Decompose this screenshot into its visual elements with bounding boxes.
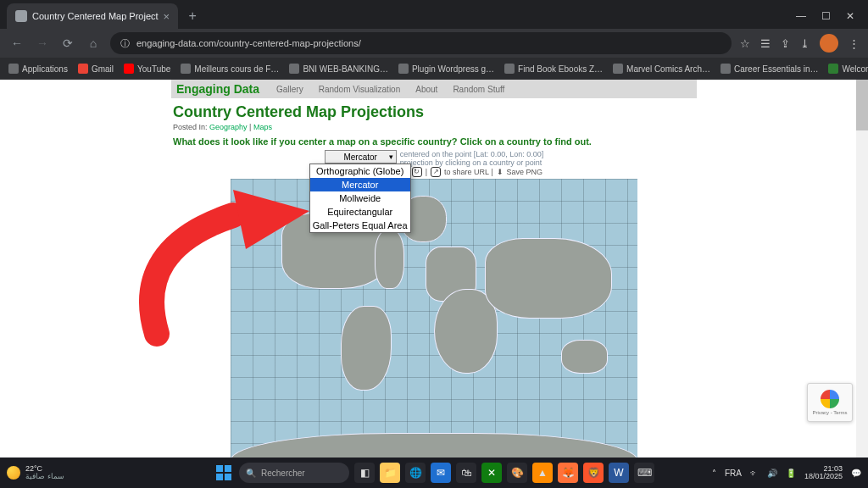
taskbar-app-paint[interactable]: 🎨 — [507, 463, 527, 483]
bookmark-item[interactable]: Meilleurs cours de F… — [181, 64, 279, 74]
menu-icon[interactable]: ⋮ — [849, 37, 860, 50]
bookmark-item[interactable]: Plugin Wordpress g… — [398, 64, 494, 74]
svg-rect-4 — [225, 474, 231, 480]
nav-about[interactable]: About — [415, 85, 437, 94]
option-mollweide[interactable]: Mollweide — [310, 191, 410, 205]
back-button[interactable]: ← — [8, 35, 25, 52]
download-icon[interactable]: ⬇ — [497, 168, 504, 176]
page-scrollbar[interactable] — [856, 80, 868, 458]
projection-dropdown: Orthographic (Globe) Mercator Mollweide … — [309, 164, 411, 233]
search-icon: 🔍 — [246, 469, 256, 478]
share-icon[interactable]: ↗ — [431, 167, 441, 177]
category-link[interactable]: Geography — [209, 123, 248, 131]
site-header: Engaging Data Gallery Random Visualizati… — [171, 80, 697, 98]
reload-button[interactable]: ⟳ — [59, 35, 76, 52]
svg-rect-1 — [216, 465, 223, 472]
option-equirectangular[interactable]: Equirectangular — [310, 205, 410, 219]
window-maximize-button[interactable]: ☐ — [821, 10, 831, 22]
nav-random-viz[interactable]: Random Visualization — [319, 85, 401, 94]
browser-tab[interactable]: Country Centered Map Project × — [7, 3, 178, 29]
nav-random-stuff[interactable]: Random Stuff — [453, 85, 504, 94]
page-subhead: What does it look like if you center a m… — [173, 136, 697, 147]
option-orthographic[interactable]: Orthographic (Globe) — [310, 164, 410, 178]
bookmark-item[interactable]: Applications — [8, 64, 68, 74]
taskbar-app-store[interactable]: 🛍 — [456, 463, 476, 483]
bookmark-item[interactable]: BNI WEB-BANKING… — [289, 64, 388, 74]
taskbar-app-vlc[interactable]: ▲ — [532, 463, 553, 483]
nav-gallery[interactable]: Gallery — [276, 85, 303, 94]
svg-rect-3 — [216, 474, 223, 480]
site-brand[interactable]: Engaging Data — [176, 82, 259, 96]
tray-wifi-icon[interactable]: ᯤ — [750, 469, 759, 478]
save-png-label[interactable]: Save PNG — [507, 168, 543, 176]
tab-title: Country Centered Map Project — [32, 11, 159, 21]
tray-clock[interactable]: 21:03 18/01/2025 — [804, 465, 843, 481]
recaptcha-icon — [821, 390, 839, 408]
select-value: Mercator — [343, 152, 376, 162]
weather-cond: سماء صافية — [25, 473, 64, 480]
bookmark-item[interactable]: Marvel Comics Arch… — [613, 64, 710, 74]
extension-icon[interactable]: ☰ — [760, 37, 771, 50]
window-minimize-button[interactable]: — — [796, 10, 806, 22]
category-link[interactable]: Maps — [253, 123, 272, 131]
projection-select[interactable]: Mercator — [325, 150, 397, 164]
bookmark-star-icon[interactable]: ☆ — [740, 37, 750, 50]
bookmark-item[interactable]: Career Essentials in… — [721, 64, 818, 74]
forward-button[interactable]: → — [34, 35, 51, 52]
bookmark-item[interactable]: Welcome to the Jun… — [828, 64, 868, 74]
option-mercator[interactable]: Mercator — [310, 178, 410, 191]
recaptcha-badge[interactable]: Privacy - Terms — [807, 383, 853, 422]
world-map[interactable]: engaging-data.com — [231, 179, 637, 458]
home-button[interactable]: ⌂ — [85, 35, 102, 52]
taskbar-search[interactable]: 🔍 Rechercher — [239, 463, 349, 483]
option-gall-peters[interactable]: Gall-Peters Equal Area — [310, 219, 410, 232]
tray-notifications-icon[interactable]: 💬 — [851, 469, 861, 478]
weather-widget[interactable]: 22°C سماء صافية — [7, 465, 64, 480]
start-button[interactable] — [214, 463, 234, 483]
taskbar-app-firefox[interactable]: 🦊 — [558, 463, 578, 483]
translate-icon[interactable]: ⇪ — [781, 37, 790, 50]
task-view-button[interactable]: ◧ — [354, 463, 375, 483]
download-icon[interactable]: ⤓ — [800, 37, 810, 50]
landmass[interactable] — [485, 238, 612, 319]
close-tab-icon[interactable]: × — [164, 10, 170, 23]
hint-text: projection by clicking on a country or p… — [400, 158, 544, 167]
landmass[interactable] — [375, 230, 404, 289]
landmass[interactable] — [341, 306, 392, 391]
bookmark-item[interactable]: YouTube — [124, 64, 170, 74]
center-point-text: centered on the point [Lat: 0.00, Lon: 0… — [400, 150, 544, 158]
bookmark-item[interactable]: Gmail — [78, 64, 114, 74]
tray-lang[interactable]: FRA — [725, 469, 742, 478]
url-text: engaging-data.com/country-centered-map-p… — [136, 38, 361, 48]
tray-chevron-icon[interactable]: ˄ — [712, 469, 716, 478]
weather-icon — [7, 466, 20, 480]
window-close-button[interactable]: ✕ — [846, 10, 854, 22]
tray-battery-icon[interactable]: 🔋 — [786, 469, 796, 478]
taskbar-app-chrome[interactable]: 🌐 — [405, 463, 426, 483]
landmass[interactable] — [561, 340, 608, 374]
share-label: to share URL | — [444, 168, 493, 176]
tray-volume-icon[interactable]: 🔊 — [767, 469, 777, 478]
new-tab-button[interactable]: + — [181, 5, 203, 27]
taskbar-app-xbox[interactable]: ✕ — [481, 463, 502, 483]
taskbar-app-terminal[interactable]: ⌨ — [634, 463, 654, 483]
reset-icon[interactable]: ↻ — [412, 167, 422, 177]
profile-avatar[interactable] — [820, 34, 838, 53]
bookmark-item[interactable]: Find Book Ebooks Z… — [504, 64, 603, 74]
address-bar[interactable]: ⓘ engaging-data.com/country-centered-map… — [110, 32, 732, 54]
post-meta: Posted In: Geography | Maps — [173, 123, 697, 131]
taskbar-app-brave[interactable]: 🦁 — [583, 463, 604, 483]
svg-rect-2 — [225, 465, 231, 472]
windows-taskbar: 22°C سماء صافية 🔍 Rechercher ◧ 📁 🌐 ✉ 🛍 ✕… — [0, 458, 868, 488]
bookmarks-bar: Applications Gmail YouTube Meilleurs cou… — [0, 58, 868, 80]
recaptcha-privacy: Privacy - Terms — [812, 410, 847, 415]
favicon-icon — [15, 10, 27, 22]
site-info-icon[interactable]: ⓘ — [120, 37, 130, 50]
search-placeholder: Rechercher — [261, 469, 305, 478]
taskbar-app-word[interactable]: W — [609, 463, 629, 483]
taskbar-app-explorer[interactable]: 📁 — [380, 463, 400, 483]
page-title: Country Centered Map Projections — [173, 103, 697, 121]
taskbar-app-outlook[interactable]: ✉ — [431, 463, 451, 483]
